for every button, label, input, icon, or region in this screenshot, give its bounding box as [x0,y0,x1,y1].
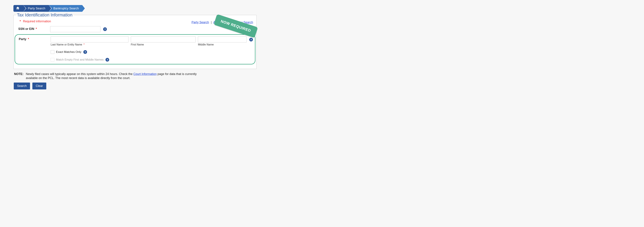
breadcrumb-label: Bankruptcy Search [53,7,79,10]
help-icon[interactable]: ? [106,58,109,62]
sublabel-lastname: Last Name or Entity Name [51,43,82,46]
help-icon[interactable]: ? [83,50,87,54]
note-block: NOTE: Newly filed cases will typically a… [14,72,198,80]
label-party-text: Party [19,38,26,41]
exact-matches-label: Exact Matches Only [56,50,81,54]
sublabel-firstname: First Name [131,43,196,46]
home-icon [16,6,20,11]
label-ssn: SSN or EIN * [16,26,50,31]
note-label: NOTE: [14,72,24,80]
breadcrumb-label: Party Search [28,7,45,10]
help-icon[interactable]: ? [103,27,107,31]
ssn-input[interactable] [50,26,100,32]
match-empty-checkbox [51,58,54,62]
asterisk-icon: * [20,20,21,23]
label-party: Party * [17,36,51,41]
required-asterisk: * [84,43,84,46]
help-icon[interactable]: ? [249,38,253,42]
breadcrumb-bankruptcy-search[interactable]: Bankruptcy Search [49,5,82,12]
note-text-before: Newly filed cases will typically appear … [26,72,133,76]
label-ssn-text: SSN or EIN [18,27,34,30]
middle-name-input[interactable] [198,36,246,42]
link-court-information[interactable]: Court Information [133,72,157,76]
exact-matches-checkbox[interactable] [51,50,54,54]
first-name-input[interactable] [131,36,196,42]
link-party-search[interactable]: Party Search [192,21,209,24]
search-button[interactable]: Search [14,82,30,90]
breadcrumb-party-search[interactable]: Party Search [23,5,49,12]
breadcrumb-home[interactable] [14,5,23,12]
breadcrumb: Party Search Bankruptcy Search [14,5,256,12]
required-asterisk: * [28,38,29,41]
note-text: Newly filed cases will typically appear … [26,72,198,80]
required-asterisk: * [36,27,37,30]
sublabel-middlename: Middle Name [198,43,246,46]
fieldset-legend: Tax Identification Information [16,12,74,18]
required-note-text: Required information [23,20,51,23]
match-empty-label: Match Empty First and Middle Names [56,58,104,62]
party-highlight-box: Party * Last Name or Entity Name * [14,34,256,64]
clear-button[interactable]: Clear [32,82,46,90]
last-name-input[interactable] [51,36,128,42]
link-separator: | [211,21,212,24]
